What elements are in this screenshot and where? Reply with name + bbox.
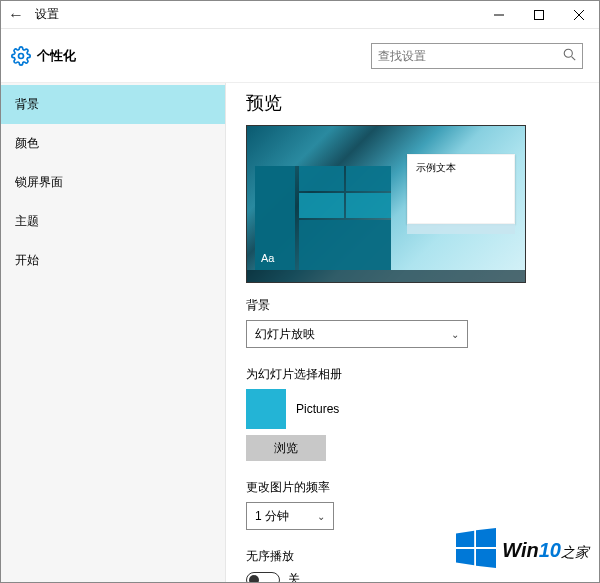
preview-sample-text: 示例文本 (416, 162, 456, 173)
sidebar-item-lockscreen[interactable]: 锁屏界面 (1, 163, 225, 202)
preview-taskbar (247, 270, 525, 282)
background-label: 背景 (246, 297, 581, 314)
sidebar-item-start[interactable]: 开始 (1, 241, 225, 280)
background-dropdown[interactable]: 幻灯片放映 ⌄ (246, 320, 468, 348)
search-icon (563, 48, 576, 64)
desktop-preview: Aa 示例文本 (246, 125, 526, 283)
svg-point-4 (19, 53, 24, 58)
sidebar-item-themes[interactable]: 主题 (1, 202, 225, 241)
sidebar: 背景 颜色 锁屏界面 主题 开始 (1, 83, 226, 582)
svg-line-6 (572, 56, 576, 60)
search-input[interactable] (378, 49, 563, 63)
shuffle-label: 无序播放 (246, 548, 581, 565)
minimize-button[interactable] (479, 1, 519, 29)
background-dropdown-value: 幻灯片放映 (255, 326, 315, 343)
svg-point-5 (564, 49, 572, 57)
sidebar-item-colors[interactable]: 颜色 (1, 124, 225, 163)
search-box[interactable] (371, 43, 583, 69)
preview-sample-window: 示例文本 (407, 154, 515, 224)
maximize-button[interactable] (519, 1, 559, 29)
page-title: 个性化 (37, 47, 76, 65)
preview-heading: 预览 (246, 91, 581, 115)
window-title: 设置 (35, 6, 59, 23)
frequency-dropdown-value: 1 分钟 (255, 508, 289, 525)
gear-icon (11, 46, 31, 66)
preview-start-menu: Aa (255, 166, 391, 270)
frequency-dropdown[interactable]: 1 分钟 ⌄ (246, 502, 334, 530)
svg-rect-1 (535, 10, 544, 19)
frequency-label: 更改图片的频率 (246, 479, 581, 496)
album-label: 为幻灯片选择相册 (246, 366, 581, 383)
chevron-down-icon: ⌄ (451, 329, 459, 340)
close-button[interactable] (559, 1, 599, 29)
sidebar-item-background[interactable]: 背景 (1, 85, 225, 124)
browse-button[interactable]: 浏览 (246, 435, 326, 461)
preview-aa-text: Aa (261, 252, 289, 264)
shuffle-toggle[interactable] (246, 572, 280, 583)
shuffle-state: 关 (288, 571, 300, 582)
album-thumbnail[interactable] (246, 389, 286, 429)
back-button[interactable]: ← (1, 6, 31, 24)
album-name: Pictures (296, 402, 339, 416)
chevron-down-icon: ⌄ (317, 511, 325, 522)
